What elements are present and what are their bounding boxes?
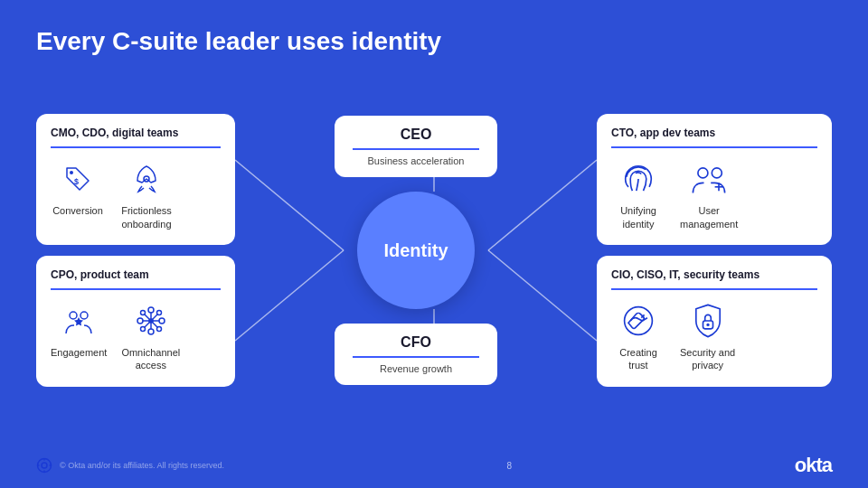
svg-line-24 [145,314,149,319]
svg-line-26 [145,323,149,327]
cto-icons-row: Unifyingidentity [611,159,817,230]
svg-point-10 [80,312,88,319]
shield-lock-icon [688,301,728,341]
okta-logo: okta [795,454,832,477]
conversion-item: $ Conversion [51,159,105,217]
ceo-title: CEO [353,127,479,150]
svg-point-9 [70,312,77,319]
svg-text:$: $ [74,177,79,186]
svg-line-27 [153,323,157,327]
page-number: 8 [507,461,513,471]
identity-circle: Identity [357,192,475,309]
omnichannel-label: Omnichannelaccess [121,346,180,372]
user-group-icon [689,159,729,199]
fingerprint-icon [618,159,658,199]
creating-trust-label: Creatingtrust [619,346,657,372]
cto-card-title: CTO, app dev teams [611,127,817,148]
svg-point-18 [140,327,145,332]
onboarding-label: Frictionlessonboarding [121,204,172,230]
svg-point-36 [38,459,52,473]
svg-point-34 [706,324,709,326]
footer-left: © Okta and/or its affiliates. All rights… [36,457,224,474]
cto-card: CTO, app dev teams [597,114,832,245]
cpo-card: CPO, product team [36,256,235,387]
engagement-item: Engagement [51,301,107,359]
svg-point-35 [42,463,47,468]
cfo-title: CFO [353,334,479,358]
svg-point-16 [140,311,145,315]
footer-copyright: © Okta and/or its affiliates. All rights… [60,461,224,470]
conversion-icon: $ [58,159,98,199]
main-content: CMO, CDO, digital teams $ Conversion [36,74,832,427]
svg-point-6 [70,171,73,174]
unifying-label: Unifyingidentity [620,204,656,230]
cio-icons-row: Creatingtrust Security andp [611,301,817,372]
slide-title: Every C-suite leader uses identity [36,27,832,56]
cmo-card-title: CMO, CDO, digital teams [51,127,221,148]
security-privacy-label: Security andprivacy [680,346,735,372]
cpo-icons-row: Engagement [51,301,221,372]
engagement-icon [59,301,99,341]
engagement-label: Engagement [51,346,107,359]
svg-point-14 [137,318,143,324]
svg-point-13 [148,329,154,334]
svg-line-25 [153,314,157,319]
omnichannel-item: Omnichannelaccess [121,301,180,372]
footer: © Okta and/or its affiliates. All rights… [36,454,832,477]
handshake-icon [618,301,658,341]
left-column: CMO, CDO, digital teams $ Conversion [36,114,235,386]
ceo-subtitle: Business acceleration [353,155,479,166]
creating-trust-item: Creatingtrust [611,301,665,372]
svg-point-28 [698,168,708,178]
cfo-card: CFO Revenue growth [335,324,497,385]
unifying-identity-item: Unifyingidentity [611,159,665,230]
cfo-subtitle: Revenue growth [353,363,479,374]
user-mgmt-label: Usermanagement [680,204,738,230]
svg-point-32 [625,307,653,335]
slide: Every C-suite leader uses identity CMO, … [0,0,868,488]
user-mgmt-item: Usermanagement [680,159,738,230]
svg-point-17 [156,311,161,315]
cmo-card: CMO, CDO, digital teams $ Conversion [36,114,235,245]
center-column: CEO Business acceleration Identity CFO R… [326,116,506,385]
rocket-icon [127,159,166,199]
right-column: CTO, app dev teams [597,114,832,386]
cmo-icons-row: $ Conversion [51,159,221,230]
svg-point-29 [712,168,722,178]
svg-point-12 [148,307,154,313]
ceo-card: CEO Business acceleration [335,116,497,177]
security-privacy-item: Security andprivacy [680,301,735,372]
svg-point-15 [159,318,165,324]
conversion-label: Conversion [52,204,103,217]
svg-point-19 [156,327,161,332]
onboarding-item: Frictionlessonboarding [119,159,174,230]
cpo-card-title: CPO, product team [51,268,221,290]
omnichannel-icon [131,301,171,341]
footer-logo-icon [36,457,52,474]
cio-card-title: CIO, CISO, IT, security teams [611,268,817,290]
cio-card: CIO, CISO, IT, security teams [597,256,832,387]
